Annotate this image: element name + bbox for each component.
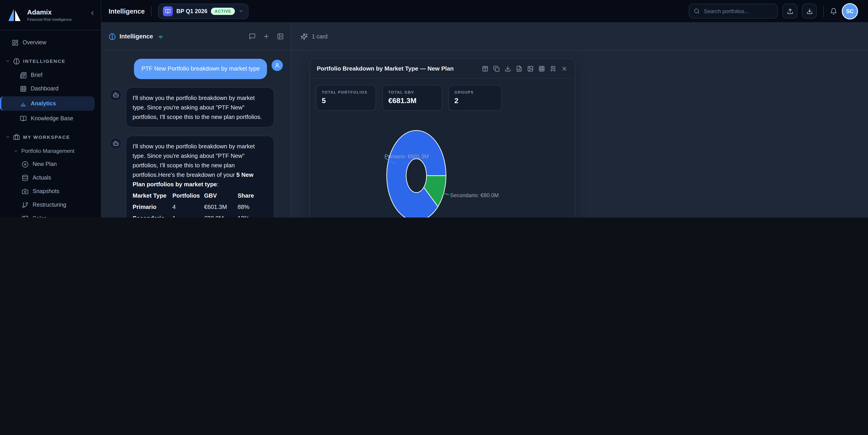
sidebar-item-actuals[interactable]: Actuals <box>0 171 101 185</box>
sidebar-item-restructuring[interactable]: Restructuring <box>0 198 101 212</box>
plus-circle-icon <box>22 161 29 168</box>
sidebar-item-overview[interactable]: Overview <box>0 36 101 49</box>
header-actions: SC <box>689 3 858 19</box>
sidebar-item-new-plan[interactable]: New Plan <box>0 157 101 171</box>
copy-icon[interactable] <box>493 65 500 72</box>
sidebar-item-brief[interactable]: Brief <box>0 68 101 82</box>
sidebar-group-portfolio-management[interactable]: Portfolio Management <box>0 144 101 157</box>
sidebar-nav: Overview INTELLIGENCE Brief Dashboard An… <box>0 30 101 218</box>
bell-icon[interactable] <box>830 7 837 15</box>
table-header-cell: Portfolios <box>173 190 204 201</box>
stat-value: €681.3M <box>388 97 436 105</box>
sidebar-item-knowledge-base[interactable]: Knowledge Base <box>0 112 101 125</box>
callout-label-secondario: Secondario: €80.0M <box>450 192 499 198</box>
sidebar-item-label: Actuals <box>33 174 51 181</box>
section-label: INTELLIGENCE <box>23 58 66 64</box>
sidebar-item-label: Analytics <box>31 100 56 107</box>
table-cell: €601.3M <box>204 201 238 212</box>
sidebar-item-label: Sales <box>33 215 47 218</box>
app-window: Adamix Financial Risk Intelligence Overv… <box>0 0 868 218</box>
group-label: Portfolio Management <box>21 148 74 154</box>
ai-message-row: I'll show you the portfolio breakdown by… <box>110 136 283 218</box>
download-icon[interactable] <box>505 65 511 72</box>
sidebar-collapse-icon[interactable] <box>89 10 95 16</box>
comment-icon[interactable] <box>249 33 256 40</box>
sidebar-item-label: Knowledge Base <box>31 115 73 122</box>
image-export-icon[interactable] <box>527 65 533 72</box>
section-label: MY WORKSPACE <box>23 134 70 140</box>
chat-messages: PTF New Portfolio breakdown by market ty… <box>101 51 291 218</box>
book-icon <box>163 6 173 16</box>
table-header-cell: GBV <box>204 190 238 201</box>
sidebar: Adamix Financial Risk Intelligence Overv… <box>0 0 101 218</box>
cards-panel: 1 card Portfolio Breakdown by Market Typ… <box>291 23 868 218</box>
plan-name: BP Q1 2026 <box>177 8 208 14</box>
divider <box>823 5 824 17</box>
sidebar-item-label: New Plan <box>33 161 57 167</box>
newspaper-icon <box>20 72 27 78</box>
card-toolbar <box>482 65 567 72</box>
user-message-row: PTF New Portfolio breakdown by market ty… <box>110 59 283 79</box>
card-header: Portfolio Breakdown by Market Type — New… <box>310 59 575 79</box>
upload-button[interactable] <box>782 4 797 19</box>
card-title: Portfolio Breakdown by Market Type — New… <box>317 65 477 72</box>
user-message-bubble: PTF New Portfolio breakdown by market ty… <box>134 59 267 79</box>
table-cell: €80.0M <box>204 213 238 218</box>
top-header: Intelligence BP Q1 2026 ACTIVE SC <box>101 0 868 23</box>
bookmark-add-icon[interactable] <box>550 65 556 72</box>
file-export-icon[interactable] <box>516 65 522 72</box>
sidebar-section-my-workspace[interactable]: MY WORKSPACE <box>0 130 101 144</box>
table-cell: 1 <box>173 213 204 218</box>
callout-label-primario: Primario: €601.3M <box>384 153 429 159</box>
sidebar-item-label: Overview <box>23 39 46 46</box>
book-open-icon <box>20 115 27 122</box>
stat-groups: GROUPS 2 <box>448 85 502 111</box>
table-header-cell: Share <box>238 190 257 201</box>
stat-total-gbv: TOTAL GBV €681.3M <box>382 85 442 111</box>
search-input[interactable] <box>703 7 773 15</box>
table-cell: 4 <box>173 201 204 212</box>
briefcase-icon <box>13 134 20 140</box>
table-cell: Primario <box>133 201 173 212</box>
chat-header: Intelligence <box>101 23 291 51</box>
stat-label: TOTAL GBV <box>388 90 436 95</box>
collapse-panel-icon[interactable] <box>277 33 284 40</box>
status-badge: ACTIVE <box>211 7 235 15</box>
sidebar-section-intelligence[interactable]: INTELLIGENCE <box>0 54 101 68</box>
layout-columns-icon[interactable] <box>482 65 488 72</box>
close-icon[interactable] <box>561 65 567 72</box>
message-text: : <box>217 181 219 188</box>
analytics-card: Portfolio Breakdown by Market Type — New… <box>309 58 575 218</box>
ai-message-bubble: I'll show you the portfolio breakdown by… <box>126 136 274 218</box>
sidebar-item-dashboard[interactable]: Dashboard <box>0 82 101 95</box>
download-button[interactable] <box>802 4 817 19</box>
message-table: Market Type Portfolios GBV Share Primari… <box>133 190 268 218</box>
stat-label: GROUPS <box>454 90 496 95</box>
chat-panel: Intelligence PTF New Portfolio breakdown… <box>101 23 291 218</box>
plan-selector[interactable]: BP Q1 2026 ACTIVE <box>158 3 248 19</box>
connection-status-icon <box>158 33 164 40</box>
avatar[interactable]: SC <box>842 3 858 19</box>
sidebar-item-snapshots[interactable]: Snapshots <box>0 185 101 198</box>
app-name: Adamix <box>27 8 72 16</box>
table-view-icon[interactable] <box>538 65 545 72</box>
card-count-label: 1 card <box>312 33 328 40</box>
cards-canvas: Portfolio Breakdown by Market Type — New… <box>291 51 868 218</box>
divider <box>151 6 152 16</box>
table-header-cell: Market Type <box>133 190 173 201</box>
sidebar-item-analytics[interactable]: Analytics <box>0 96 95 111</box>
table-cell: 12% <box>238 213 257 218</box>
donut-chart-svg: Primario: €601.3M Secondario: €80.0M <box>316 115 569 218</box>
app-tagline: Financial Risk Intelligence <box>27 17 72 22</box>
sidebar-item-sales[interactable]: Sales <box>0 212 101 218</box>
bot-avatar-icon <box>110 89 122 101</box>
content-row: Intelligence PTF New Portfolio breakdown… <box>101 23 868 218</box>
table-cell: 88% <box>238 201 257 212</box>
donut-chart: Primario: €601.3M Secondario: €80.0M <box>316 115 568 218</box>
search-container <box>689 4 778 19</box>
stat-total-portfolios: TOTAL PORTFOLIOS 5 <box>316 85 376 111</box>
sidebar-item-label: Snapshots <box>33 188 59 195</box>
new-chat-icon[interactable] <box>263 33 270 40</box>
sidebar-header: Adamix Financial Risk Intelligence <box>0 0 101 30</box>
database-icon <box>22 174 29 181</box>
